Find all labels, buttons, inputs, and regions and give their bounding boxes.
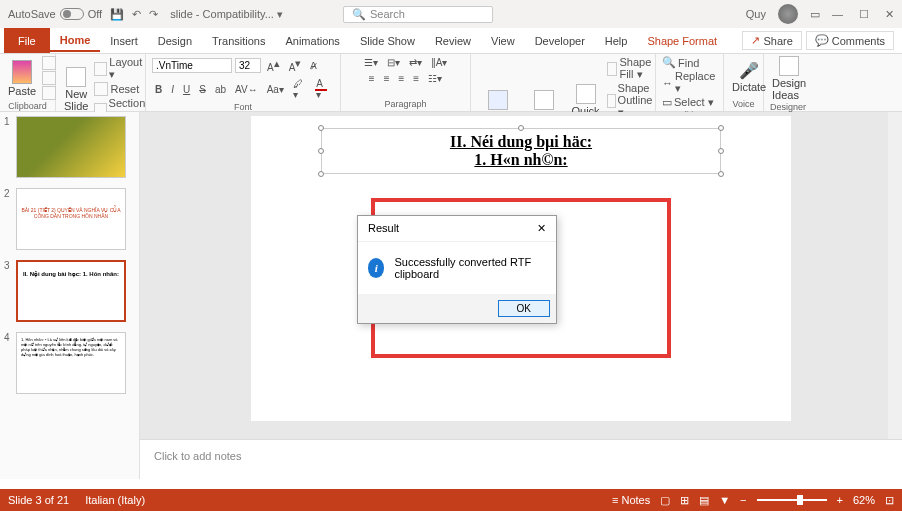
- notes-toggle[interactable]: ≡ Notes: [612, 494, 650, 506]
- reading-view-icon[interactable]: ▤: [699, 494, 709, 507]
- paste-button[interactable]: Paste: [6, 60, 38, 97]
- normal-view-icon[interactable]: ▢: [660, 494, 670, 507]
- text-direction-button[interactable]: ‖A▾: [428, 56, 451, 69]
- slide-counter[interactable]: Slide 3 of 21: [8, 494, 69, 506]
- status-bar: Slide 3 of 21 Italian (Italy) ≡ Notes ▢ …: [0, 489, 902, 511]
- tab-design[interactable]: Design: [148, 31, 202, 51]
- align-right-button[interactable]: ≡: [396, 72, 408, 85]
- columns-button[interactable]: ☷▾: [425, 72, 445, 85]
- dialog-close-icon[interactable]: ✕: [537, 222, 546, 235]
- document-title[interactable]: slide - Compatibility... ▾: [170, 8, 283, 21]
- slide-thumb-4[interactable]: 1. Hôn nhân: • Là sự liên kết đặc biệt g…: [16, 332, 126, 394]
- user-name[interactable]: Quy: [746, 8, 766, 20]
- justify-button[interactable]: ≡: [410, 72, 422, 85]
- fit-window-icon[interactable]: ⊡: [885, 494, 894, 507]
- shadow-button[interactable]: ab: [212, 83, 229, 96]
- ok-button[interactable]: OK: [498, 300, 550, 317]
- list-level-button[interactable]: ⇄▾: [406, 56, 425, 69]
- underline-button[interactable]: U: [180, 83, 193, 96]
- tab-shape-format[interactable]: Shape Format: [637, 31, 727, 51]
- share-button[interactable]: ↗Share: [742, 31, 801, 50]
- search-icon: 🔍: [352, 8, 366, 21]
- avatar[interactable]: [778, 4, 798, 24]
- zoom-level[interactable]: 62%: [853, 494, 875, 506]
- cut-icon[interactable]: [42, 56, 56, 70]
- replace-button[interactable]: ↔Replace ▾: [662, 70, 717, 95]
- tab-help[interactable]: Help: [595, 31, 638, 51]
- thumbnail-panel: 1 2BÀI 21 (TIẾT 2) QUYỀN VÀ NGHĨA VỤ CỦA…: [0, 112, 140, 479]
- char-spacing-button[interactable]: AV↔: [232, 83, 261, 96]
- comments-button[interactable]: 💬Comments: [806, 31, 894, 50]
- tab-view[interactable]: View: [481, 31, 525, 51]
- save-icon[interactable]: 💾: [110, 8, 124, 21]
- sorter-view-icon[interactable]: ⊞: [680, 494, 689, 507]
- design-ideas-button[interactable]: Design Ideas: [770, 56, 808, 101]
- reset-button[interactable]: Reset: [94, 82, 147, 96]
- change-case-button[interactable]: Aa▾: [264, 83, 287, 96]
- copy-icon[interactable]: [42, 71, 56, 85]
- font-name-select[interactable]: [152, 58, 232, 73]
- highlight-button[interactable]: 🖊▾: [290, 77, 310, 101]
- slide-thumb-3[interactable]: II. Nội dung bài học: 1. Hôn nhân:: [16, 260, 126, 322]
- slide-thumb-2[interactable]: BÀI 21 (TIẾT 2) QUYỀN VÀ NGHĨA VỤ CỦA CÔ…: [16, 188, 126, 250]
- ribbon-display-icon[interactable]: ▭: [810, 8, 820, 21]
- result-dialog: Result ✕ i Successfully converted RTF cl…: [357, 215, 557, 324]
- tab-review[interactable]: Review: [425, 31, 481, 51]
- vertical-scrollbar[interactable]: [888, 112, 902, 439]
- bullets-button[interactable]: ☰▾: [361, 56, 381, 69]
- new-slide-button[interactable]: New Slide: [62, 67, 90, 112]
- zoom-in-icon[interactable]: +: [837, 494, 843, 506]
- align-center-button[interactable]: ≡: [381, 72, 393, 85]
- toggle-switch[interactable]: [60, 8, 84, 20]
- minimize-icon[interactable]: —: [832, 8, 843, 21]
- bold-button[interactable]: B: [152, 83, 165, 96]
- font-size-select[interactable]: [235, 58, 261, 73]
- tab-animations[interactable]: Animations: [275, 31, 349, 51]
- find-button[interactable]: 🔍Find: [662, 56, 717, 69]
- dictate-button[interactable]: 🎤Dictate: [730, 61, 768, 93]
- zoom-slider[interactable]: [757, 499, 827, 501]
- search-input[interactable]: 🔍 Search: [343, 6, 493, 23]
- ribbon-tabs: File Home Insert Design Transitions Anim…: [0, 28, 902, 54]
- dialog-title: Result: [368, 222, 399, 235]
- maximize-icon[interactable]: ☐: [859, 8, 869, 21]
- title-textbox[interactable]: II. Néi dung bµi häc: 1. H«n nh©n:: [321, 128, 721, 174]
- slideshow-view-icon[interactable]: ▼: [719, 494, 730, 506]
- autosave-toggle[interactable]: AutoSave Off: [8, 8, 102, 20]
- tab-insert[interactable]: Insert: [100, 31, 148, 51]
- italic-button[interactable]: I: [168, 83, 177, 96]
- increase-font-icon[interactable]: A▴: [264, 56, 283, 74]
- shape-fill-button[interactable]: Shape Fill ▾: [607, 56, 658, 81]
- font-color-button[interactable]: A▾: [313, 77, 334, 101]
- align-left-button[interactable]: ≡: [366, 72, 378, 85]
- format-painter-icon[interactable]: [42, 86, 56, 100]
- clear-format-icon[interactable]: A̷: [307, 59, 320, 72]
- title-bar: AutoSave Off 💾 ↶ ↷ slide - Compatibility…: [0, 0, 902, 28]
- numbering-button[interactable]: ⊟▾: [384, 56, 403, 69]
- tab-developer[interactable]: Developer: [525, 31, 595, 51]
- tab-slideshow[interactable]: Slide Show: [350, 31, 425, 51]
- language-status[interactable]: Italian (Italy): [85, 494, 145, 506]
- zoom-out-icon[interactable]: −: [740, 494, 746, 506]
- ribbon: Paste Clipboard New Slide Layout ▾ Reset…: [0, 54, 902, 112]
- undo-icon[interactable]: ↶: [132, 8, 141, 21]
- close-icon[interactable]: ✕: [885, 8, 894, 21]
- decrease-font-icon[interactable]: A▾: [286, 56, 305, 74]
- layout-button[interactable]: Layout ▾: [94, 56, 147, 81]
- tab-home[interactable]: Home: [50, 30, 101, 52]
- slide-thumb-1[interactable]: [16, 116, 126, 178]
- select-button[interactable]: ▭Select ▾: [662, 96, 717, 109]
- info-icon: i: [368, 258, 384, 278]
- slide-title-line2[interactable]: 1. H«n nh©n:: [326, 151, 716, 169]
- tab-file[interactable]: File: [4, 28, 50, 53]
- notes-pane[interactable]: Click to add notes: [140, 439, 902, 479]
- redo-icon[interactable]: ↷: [149, 8, 158, 21]
- tab-transitions[interactable]: Transitions: [202, 31, 275, 51]
- strikethrough-button[interactable]: S: [196, 83, 209, 96]
- slide-title-line1[interactable]: II. Néi dung bµi häc:: [326, 133, 716, 151]
- dialog-message: Successfully converted RTF clipboard: [394, 256, 546, 280]
